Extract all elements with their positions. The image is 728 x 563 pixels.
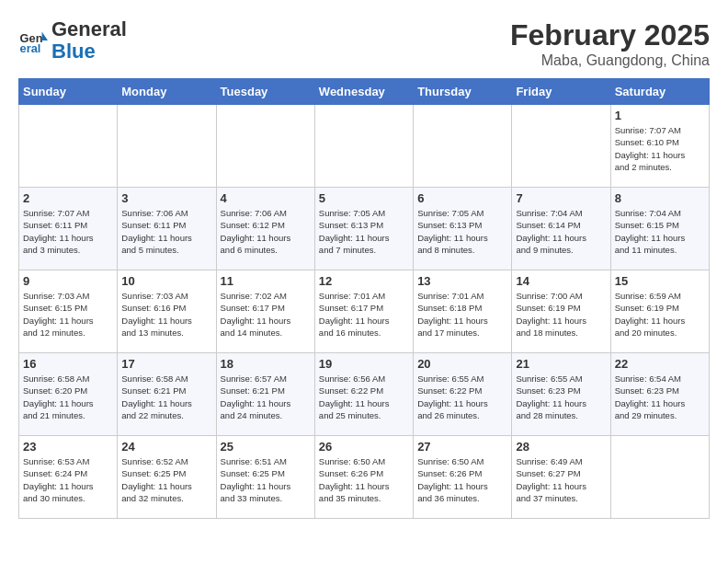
calendar-header-row: SundayMondayTuesdayWednesdayThursdayFrid… — [19, 79, 710, 105]
calendar-cell — [314, 105, 413, 188]
day-info: Sunrise: 7:04 AM Sunset: 6:15 PM Dayligh… — [615, 207, 705, 256]
calendar-cell — [216, 105, 314, 188]
day-info: Sunrise: 7:03 AM Sunset: 6:15 PM Dayligh… — [23, 290, 113, 339]
calendar-cell: 4Sunrise: 7:06 AM Sunset: 6:12 PM Daylig… — [216, 188, 314, 270]
page-title: February 2025 — [510, 18, 710, 52]
day-info: Sunrise: 6:53 AM Sunset: 6:24 PM Dayligh… — [23, 455, 113, 504]
calendar-cell: 21Sunrise: 6:55 AM Sunset: 6:23 PM Dayli… — [512, 353, 610, 436]
day-info: Sunrise: 6:55 AM Sunset: 6:22 PM Dayligh… — [417, 373, 507, 421]
calendar-cell: 17Sunrise: 6:58 AM Sunset: 6:21 PM Dayli… — [118, 353, 216, 436]
day-number: 12 — [319, 274, 409, 288]
calendar-cell — [512, 105, 610, 188]
day-number: 22 — [615, 357, 705, 371]
calendar-week-row: 2Sunrise: 7:07 AM Sunset: 6:11 PM Daylig… — [19, 188, 710, 270]
calendar-cell: 23Sunrise: 6:53 AM Sunset: 6:24 PM Dayli… — [19, 436, 118, 519]
day-info: Sunrise: 6:51 AM Sunset: 6:25 PM Dayligh… — [221, 455, 311, 504]
calendar-cell — [19, 105, 118, 188]
calendar-cell: 26Sunrise: 6:50 AM Sunset: 6:26 PM Dayli… — [314, 436, 413, 519]
day-number: 1 — [615, 109, 705, 122]
day-info: Sunrise: 7:05 AM Sunset: 6:13 PM Dayligh… — [319, 207, 409, 256]
calendar-cell: 14Sunrise: 7:00 AM Sunset: 6:19 PM Dayli… — [512, 270, 610, 353]
day-number: 24 — [121, 440, 211, 454]
page-header: Gen eral General Blue February 2025 Maba… — [18, 18, 710, 69]
day-number: 2 — [23, 191, 113, 205]
day-info: Sunrise: 6:50 AM Sunset: 6:26 PM Dayligh… — [417, 455, 507, 504]
day-info: Sunrise: 7:00 AM Sunset: 6:19 PM Dayligh… — [516, 290, 606, 339]
day-number: 5 — [319, 191, 409, 205]
day-number: 25 — [221, 440, 311, 454]
day-info: Sunrise: 7:07 AM Sunset: 6:10 PM Dayligh… — [615, 124, 705, 173]
day-info: Sunrise: 6:52 AM Sunset: 6:25 PM Dayligh… — [121, 455, 211, 504]
day-number: 8 — [615, 191, 705, 205]
calendar-cell — [414, 105, 512, 188]
day-info: Sunrise: 6:57 AM Sunset: 6:21 PM Dayligh… — [221, 373, 311, 421]
calendar-cell: 5Sunrise: 7:05 AM Sunset: 6:13 PM Daylig… — [314, 188, 413, 270]
day-number: 17 — [121, 357, 211, 371]
day-number: 21 — [516, 357, 606, 371]
calendar-week-row: 23Sunrise: 6:53 AM Sunset: 6:24 PM Dayli… — [19, 436, 710, 519]
calendar-header-thursday: Thursday — [414, 79, 512, 105]
logo-text: General Blue — [51, 18, 127, 63]
day-number: 23 — [23, 440, 113, 454]
calendar-cell: 18Sunrise: 6:57 AM Sunset: 6:21 PM Dayli… — [216, 353, 314, 436]
day-number: 27 — [417, 440, 507, 454]
day-info: Sunrise: 6:58 AM Sunset: 6:20 PM Dayligh… — [23, 373, 113, 421]
day-info: Sunrise: 6:54 AM Sunset: 6:23 PM Dayligh… — [615, 373, 705, 421]
day-number: 20 — [417, 357, 507, 371]
day-info: Sunrise: 6:58 AM Sunset: 6:21 PM Dayligh… — [121, 373, 211, 421]
day-info: Sunrise: 6:59 AM Sunset: 6:19 PM Dayligh… — [615, 290, 705, 339]
calendar-cell: 6Sunrise: 7:05 AM Sunset: 6:13 PM Daylig… — [414, 188, 512, 270]
calendar-cell: 15Sunrise: 6:59 AM Sunset: 6:19 PM Dayli… — [610, 270, 709, 353]
day-info: Sunrise: 6:49 AM Sunset: 6:27 PM Dayligh… — [516, 455, 606, 504]
calendar-cell: 22Sunrise: 6:54 AM Sunset: 6:23 PM Dayli… — [610, 353, 709, 436]
day-info: Sunrise: 7:04 AM Sunset: 6:14 PM Dayligh… — [516, 207, 606, 256]
page-subtitle: Maba, Guangdong, China — [510, 52, 710, 69]
svg-text:eral: eral — [20, 41, 41, 55]
calendar-cell: 25Sunrise: 6:51 AM Sunset: 6:25 PM Dayli… — [216, 436, 314, 519]
day-number: 15 — [615, 274, 705, 288]
calendar-cell: 8Sunrise: 7:04 AM Sunset: 6:15 PM Daylig… — [610, 188, 709, 270]
calendar-cell: 16Sunrise: 6:58 AM Sunset: 6:20 PM Dayli… — [19, 353, 118, 436]
calendar-cell: 20Sunrise: 6:55 AM Sunset: 6:22 PM Dayli… — [414, 353, 512, 436]
day-info: Sunrise: 7:01 AM Sunset: 6:17 PM Dayligh… — [319, 290, 409, 339]
day-info: Sunrise: 7:06 AM Sunset: 6:12 PM Dayligh… — [221, 207, 311, 256]
day-number: 10 — [121, 274, 211, 288]
day-info: Sunrise: 6:50 AM Sunset: 6:26 PM Dayligh… — [319, 455, 409, 504]
day-number: 4 — [221, 191, 311, 205]
calendar-week-row: 16Sunrise: 6:58 AM Sunset: 6:20 PM Dayli… — [19, 353, 710, 436]
day-number: 7 — [516, 191, 606, 205]
calendar-header-tuesday: Tuesday — [216, 79, 314, 105]
calendar-cell: 3Sunrise: 7:06 AM Sunset: 6:11 PM Daylig… — [118, 188, 216, 270]
day-info: Sunrise: 7:03 AM Sunset: 6:16 PM Dayligh… — [121, 290, 211, 339]
title-block: February 2025 Maba, Guangdong, China — [510, 18, 710, 69]
day-number: 13 — [417, 274, 507, 288]
day-info: Sunrise: 7:02 AM Sunset: 6:17 PM Dayligh… — [221, 290, 311, 339]
logo: Gen eral General Blue — [18, 18, 127, 63]
day-number: 6 — [417, 191, 507, 205]
day-number: 9 — [23, 274, 113, 288]
day-info: Sunrise: 7:01 AM Sunset: 6:18 PM Dayligh… — [417, 290, 507, 339]
logo-icon: Gen eral — [18, 26, 48, 55]
calendar-header-friday: Friday — [512, 79, 610, 105]
svg-marker-2 — [42, 32, 48, 41]
calendar-cell: 12Sunrise: 7:01 AM Sunset: 6:17 PM Dayli… — [314, 270, 413, 353]
day-number: 14 — [516, 274, 606, 288]
day-number: 11 — [221, 274, 311, 288]
day-number: 26 — [319, 440, 409, 454]
day-info: Sunrise: 7:07 AM Sunset: 6:11 PM Dayligh… — [23, 207, 113, 256]
day-info: Sunrise: 7:05 AM Sunset: 6:13 PM Dayligh… — [417, 207, 507, 256]
calendar-cell: 9Sunrise: 7:03 AM Sunset: 6:15 PM Daylig… — [19, 270, 118, 353]
day-info: Sunrise: 7:06 AM Sunset: 6:11 PM Dayligh… — [121, 207, 211, 256]
calendar-cell: 7Sunrise: 7:04 AM Sunset: 6:14 PM Daylig… — [512, 188, 610, 270]
calendar-cell: 19Sunrise: 6:56 AM Sunset: 6:22 PM Dayli… — [314, 353, 413, 436]
day-info: Sunrise: 6:56 AM Sunset: 6:22 PM Dayligh… — [319, 373, 409, 421]
calendar-cell: 1Sunrise: 7:07 AM Sunset: 6:10 PM Daylig… — [610, 105, 709, 188]
day-info: Sunrise: 6:55 AM Sunset: 6:23 PM Dayligh… — [516, 373, 606, 421]
day-number: 28 — [516, 440, 606, 454]
calendar-cell: 10Sunrise: 7:03 AM Sunset: 6:16 PM Dayli… — [118, 270, 216, 353]
calendar-cell: 27Sunrise: 6:50 AM Sunset: 6:26 PM Dayli… — [414, 436, 512, 519]
day-number: 16 — [23, 357, 113, 371]
calendar-header-sunday: Sunday — [19, 79, 118, 105]
day-number: 19 — [319, 357, 409, 371]
calendar-cell: 13Sunrise: 7:01 AM Sunset: 6:18 PM Dayli… — [414, 270, 512, 353]
